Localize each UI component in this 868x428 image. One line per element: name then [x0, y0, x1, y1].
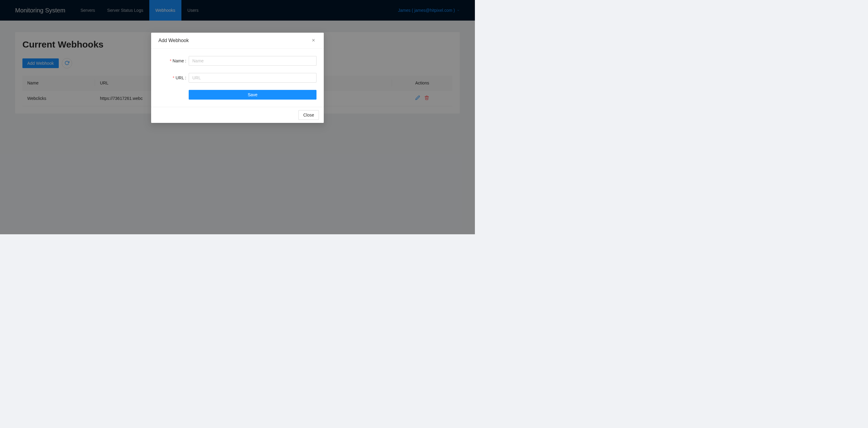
- form-row-name: *Name: [158, 56, 316, 66]
- modal-close-button[interactable]: [310, 37, 316, 43]
- add-webhook-modal: Add Webhook *Name *URL Save Close: [151, 33, 324, 123]
- form-row-url: *URL: [158, 73, 316, 83]
- name-label: *Name: [158, 58, 189, 63]
- modal-header: Add Webhook: [151, 33, 324, 49]
- url-input[interactable]: [189, 73, 316, 83]
- modal-title: Add Webhook: [158, 38, 189, 43]
- save-button[interactable]: Save: [189, 90, 316, 100]
- form-row-save: Save: [158, 90, 316, 100]
- close-icon: [311, 38, 316, 43]
- url-label: *URL: [158, 75, 189, 80]
- close-button[interactable]: Close: [298, 110, 319, 120]
- name-input[interactable]: [189, 56, 316, 66]
- modal-footer: Close: [151, 107, 324, 123]
- modal-body: *Name *URL Save: [151, 49, 324, 107]
